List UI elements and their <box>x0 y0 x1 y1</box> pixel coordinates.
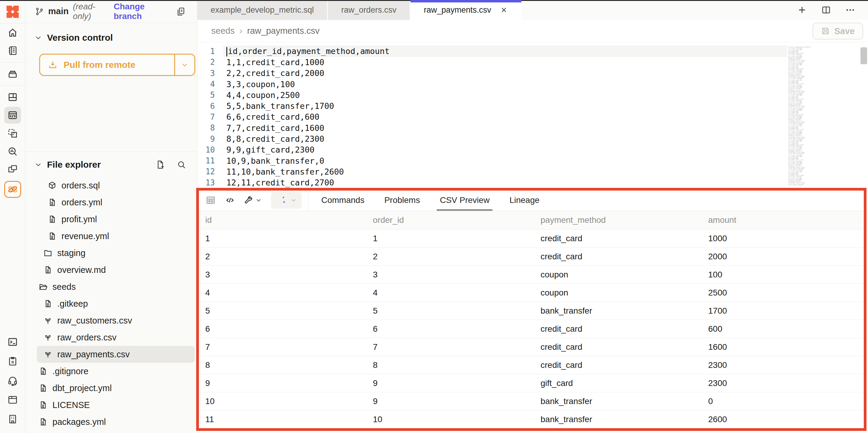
split-editor-icon[interactable] <box>821 5 831 15</box>
change-branch-link[interactable]: Change branch <box>114 2 169 21</box>
table-cell: 1700 <box>701 306 868 316</box>
wrench-icon <box>244 195 253 205</box>
table-cell: 10 <box>365 414 532 424</box>
clipboard-icon[interactable] <box>4 352 21 370</box>
new-file-icon[interactable] <box>156 160 165 170</box>
csv-preview-table[interactable]: 11credit_card100022credit_card200033coup… <box>197 229 868 429</box>
table-cell: credit_card <box>533 252 701 261</box>
notebook-icon[interactable] <box>4 41 21 60</box>
editor-tab[interactable]: raw_orders.csv <box>328 0 410 20</box>
editor-scrollbar-thumb[interactable] <box>861 47 867 64</box>
table-cell: 7 <box>197 342 365 352</box>
file-icon <box>48 215 57 224</box>
magic-wand-button[interactable] <box>271 192 302 209</box>
table-cell: 1 <box>197 234 365 243</box>
home-icon[interactable] <box>4 24 21 41</box>
file-tree-item[interactable]: raw_orders.csv <box>25 329 197 346</box>
panel-tab-commands[interactable]: Commands <box>321 190 364 211</box>
table-cell: 4 <box>365 288 532 298</box>
file-tree-item[interactable]: profit.yml <box>25 211 197 228</box>
dashboard-icon[interactable] <box>4 88 21 106</box>
file-name: packages.yml <box>53 417 106 427</box>
table-row: 77credit_card1600 <box>197 338 868 356</box>
table-cell: 11 <box>197 414 365 424</box>
new-tab-icon[interactable] <box>797 5 807 15</box>
file-tree-item[interactable]: dbt_project.yml <box>25 380 197 397</box>
copy-icon[interactable] <box>176 7 186 16</box>
line-number: 10 <box>197 145 215 154</box>
panel-tab-csv-preview[interactable]: CSV Preview <box>440 190 490 211</box>
line-number: 9 <box>197 135 215 144</box>
file-name: seeds <box>53 282 76 292</box>
code-line[interactable]: 1312,11,credit_card,2700 <box>197 177 868 188</box>
chevron-down-icon[interactable] <box>34 34 42 41</box>
code-line[interactable]: 65,5,bank_transfer,1700 <box>197 100 868 111</box>
minimap[interactable]: id,order_id,payment_method,amount 1,1,cr… <box>788 47 811 186</box>
data-explore-icon[interactable] <box>4 142 21 161</box>
editor-tab[interactable]: raw_payments.csv <box>410 0 521 20</box>
code-line[interactable]: 76,6,credit_card,600 <box>197 112 868 122</box>
panel-tab-lineage[interactable]: Lineage <box>509 190 539 211</box>
file-tree-item[interactable]: LICENSE <box>25 397 197 413</box>
file-tree-item[interactable]: raw_customers.csv <box>25 312 197 329</box>
code-line[interactable]: 32,2,credit_card,2000 <box>197 68 868 79</box>
code-line[interactable]: 1110,9,bank_transfer,0 <box>197 155 868 166</box>
table-cell: 9 <box>197 378 365 388</box>
table-cell: coupon <box>533 270 701 280</box>
breadcrumb-folder[interactable]: seeds <box>211 26 235 36</box>
code-line[interactable]: 54,4,coupon,2500 <box>197 90 868 100</box>
organization-icon[interactable] <box>4 410 21 428</box>
browser-icon[interactable] <box>4 391 21 409</box>
search-icon[interactable] <box>177 160 186 170</box>
chevron-down-icon <box>181 61 189 69</box>
panel-tab-problems[interactable]: Problems <box>384 190 420 211</box>
code-line[interactable]: 109,9,gift_card,2300 <box>197 144 868 155</box>
code-line[interactable]: 1211,10,bank_transfer,2600 <box>197 166 868 177</box>
table-row: 1110bank_transfer2600 <box>197 410 868 429</box>
code-text: 8,8,credit_card,2300 <box>226 134 324 144</box>
file-tree-item[interactable]: packages.yml <box>25 413 197 430</box>
code-line[interactable]: 1id,order_id,payment_method,amount <box>197 46 868 57</box>
line-number: 13 <box>197 178 215 187</box>
table-row: 66credit_card600 <box>197 320 868 338</box>
pull-options-dropdown[interactable] <box>174 55 194 75</box>
file-tree-item[interactable]: staging <box>25 244 197 261</box>
chevron-down-icon <box>255 197 262 204</box>
file-tree-item[interactable]: .gitkeep <box>25 295 197 312</box>
windows-share-icon[interactable] <box>4 161 21 178</box>
more-options-icon[interactable] <box>845 5 855 15</box>
support-headset-icon[interactable] <box>4 372 21 389</box>
file-tree-item[interactable]: revenue.yml <box>25 228 197 244</box>
code-line[interactable]: 43,3,coupon,100 <box>197 79 868 90</box>
ai-copilot-icon[interactable] <box>4 181 21 198</box>
chevron-down-icon[interactable] <box>34 161 42 169</box>
table-cell: 2 <box>365 252 532 261</box>
file-tree-item[interactable]: overview.md <box>25 261 197 278</box>
code-line[interactable]: 98,8,credit_card,2300 <box>197 133 868 144</box>
close-tab-icon[interactable] <box>500 6 508 14</box>
save-button[interactable]: Save <box>812 23 863 39</box>
code-line[interactable]: 21,1,credit_card,1000 <box>197 57 868 67</box>
build-tools-button[interactable] <box>244 195 262 205</box>
file-tree-item[interactable]: orders.yml <box>25 194 197 211</box>
file-tree-item[interactable]: .gitignore <box>25 363 197 380</box>
file-icon <box>38 417 48 426</box>
file-tree-item[interactable]: seeds <box>25 278 197 295</box>
editor-scrollbar-track[interactable] <box>860 45 868 186</box>
terminal-icon[interactable] <box>4 333 21 351</box>
code-editor[interactable]: 1id,order_id,payment_method,amount21,1,c… <box>197 42 868 190</box>
pull-from-remote-button[interactable]: Pull from remote <box>39 54 195 76</box>
table-view-icon[interactable] <box>205 195 216 206</box>
code-editor-icon[interactable] <box>4 107 21 124</box>
archive-icon[interactable] <box>4 65 21 83</box>
code-view-icon[interactable] <box>225 195 235 205</box>
code-line[interactable]: 87,7,credit_card,1600 <box>197 122 868 133</box>
selection-icon[interactable] <box>4 124 21 142</box>
editor-tab[interactable]: example_develop_metric.sql <box>197 0 327 20</box>
code-text: 5,5,bank_transfer,1700 <box>226 101 334 111</box>
file-tree-item[interactable]: orders.sql <box>25 177 197 194</box>
line-number: 8 <box>197 123 215 133</box>
line-number: 4 <box>197 80 215 89</box>
file-name: overview.md <box>57 265 106 275</box>
file-tree-item[interactable]: raw_payments.csv <box>37 346 195 363</box>
